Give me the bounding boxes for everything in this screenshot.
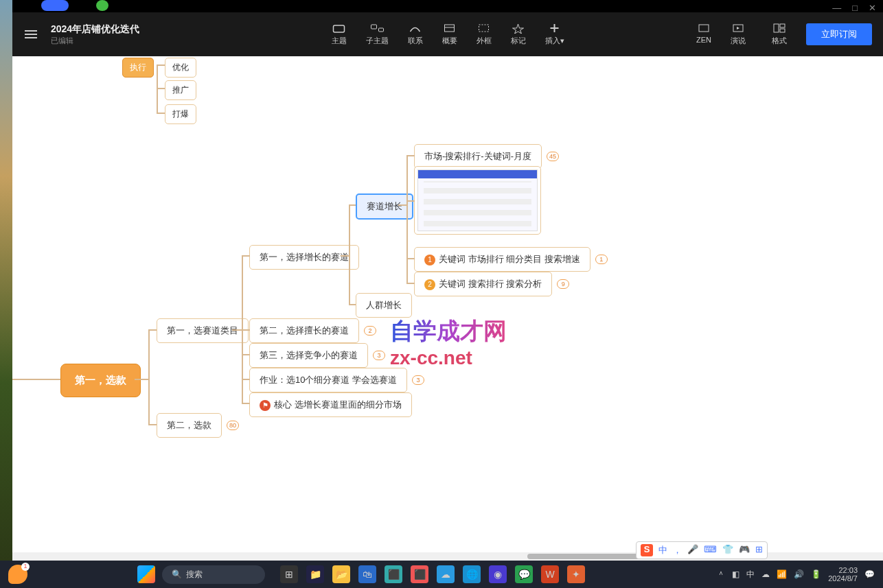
app-icon[interactable]: ◉ <box>489 565 507 583</box>
node-d2[interactable]: 人群增长 <box>356 293 412 318</box>
node-e1[interactable]: 市场-搜索排行-关键词-月度45 <box>414 144 542 169</box>
corner-app-icon[interactable] <box>8 565 27 584</box>
svg-rect-5 <box>479 25 489 32</box>
maximize-button[interactable]: □ <box>852 3 858 13</box>
wechat-icon[interactable]: 💬 <box>515 565 533 583</box>
boundary-button[interactable]: 外框 <box>477 23 492 46</box>
ime-shirt-icon[interactable]: 👕 <box>722 544 733 556</box>
tray-chevron-icon[interactable]: ＾ <box>717 569 725 580</box>
hamburger-menu-icon[interactable] <box>21 24 41 45</box>
window-controls: — □ ✕ <box>832 3 876 13</box>
tray-volume-icon[interactable]: 🔊 <box>794 569 804 579</box>
ime-punct-icon[interactable]: ， <box>673 544 682 556</box>
taskbar-search[interactable]: 🔍 搜索 <box>162 565 265 584</box>
desktop-background-strip <box>0 0 12 588</box>
document-status: 已编辑 <box>51 36 139 46</box>
app-icon[interactable]: 📁 <box>306 565 324 583</box>
store-icon[interactable]: 🛍 <box>358 565 376 583</box>
right-toolbar: ZEN 演说 <box>696 23 746 46</box>
node-c3[interactable]: 第三，选择竞争小的赛道3 <box>249 343 368 368</box>
app-icon[interactable]: ⬛ <box>411 565 428 583</box>
tray-battery-icon[interactable]: 🔋 <box>811 569 821 579</box>
count-badge: 80 <box>227 421 239 430</box>
search-icon: 🔍 <box>172 569 182 579</box>
desktop-icons <box>41 0 108 11</box>
minimize-button[interactable]: — <box>832 3 841 13</box>
taskbar: 🔍 搜索 ⊞ 📁 📂 🛍 ⬛ ⬛ ☁ 🌐 ◉ 💬 W ✦ ＾ ◧ 中 ☁ 📶 🔊… <box>0 561 883 588</box>
taskview-icon[interactable]: ⊞ <box>280 565 298 583</box>
marker-button[interactable]: 标记 <box>511 23 526 46</box>
ime-grid-icon[interactable]: ⊞ <box>755 544 763 556</box>
count-badge: 2 <box>364 326 376 336</box>
pin-icon: ⚑ <box>260 400 271 411</box>
xmind-window: — □ ✕ 2024年店铺优化迭代 已编辑 主题 子主题 联系 概要 外框 标记… <box>12 12 883 561</box>
node-b2[interactable]: 第二，选款80 <box>157 413 222 438</box>
svg-marker-11 <box>737 27 739 30</box>
node-c1[interactable]: 第一，选择增长的赛道 <box>249 245 359 270</box>
edge-icon[interactable]: 🌐 <box>463 565 481 583</box>
tray-app-icon[interactable]: ◧ <box>732 569 739 579</box>
wps-icon[interactable]: W <box>541 565 559 583</box>
node-b1[interactable]: 第一，选赛道类目 <box>157 318 249 343</box>
svg-marker-6 <box>513 24 524 34</box>
tray-wifi-icon[interactable]: 📶 <box>777 569 787 579</box>
present-button[interactable]: 演说 <box>731 23 746 46</box>
node-c4[interactable]: 作业：选10个细分赛道 学会选赛道3 <box>249 368 407 392</box>
app-topbar: 2024年店铺优化迭代 已编辑 主题 子主题 联系 概要 外框 标记 插入▾ Z… <box>12 12 883 56</box>
ime-game-icon[interactable]: 🎮 <box>739 544 750 556</box>
priority-2-icon: 2 <box>424 279 435 290</box>
node-root[interactable]: 第一，选款 <box>60 364 141 397</box>
node-e3[interactable]: 1关键词 市场排行 细分类目 搜索增速1 <box>414 247 590 272</box>
search-placeholder: 搜索 <box>186 569 203 580</box>
taskbar-apps: ⊞ 📁 📂 🛍 ⬛ ⬛ ☁ 🌐 ◉ 💬 W ✦ <box>280 565 585 583</box>
subtopic-button[interactable]: 子主题 <box>366 23 389 46</box>
svg-rect-1 <box>371 25 376 29</box>
watermark: 自学成才网 zx-cc.net <box>390 316 507 369</box>
node-image-thumbnail[interactable] <box>414 166 541 235</box>
node-promote[interactable]: 推广 <box>165 80 196 100</box>
svg-rect-0 <box>334 25 345 32</box>
app-icon[interactable]: ⬛ <box>385 565 402 583</box>
node-optimize[interactable]: 优化 <box>165 58 196 78</box>
count-badge: 3 <box>412 375 424 385</box>
mindmap-canvas[interactable]: 执行 优化 推广 打爆 第一，选款 第一，选赛道类目 第二，选款80 第一，选择… <box>12 56 883 561</box>
insert-button[interactable]: 插入▾ <box>545 23 564 46</box>
close-button[interactable]: ✕ <box>869 3 876 13</box>
explorer-icon[interactable]: 📂 <box>332 565 350 583</box>
node-explode[interactable]: 打爆 <box>165 104 196 124</box>
node-c2[interactable]: 第二，选择擅长的赛道2 <box>249 318 359 343</box>
node-d1-selected[interactable]: 赛道增长 <box>356 193 413 220</box>
svg-rect-12 <box>774 24 779 32</box>
node-e4[interactable]: 2关键词 搜索排行 搜索分析9 <box>414 272 552 296</box>
format-button[interactable]: 格式 <box>772 23 787 46</box>
title-block: 2024年店铺优化迭代 已编辑 <box>51 23 139 46</box>
topic-button[interactable]: 主题 <box>332 23 347 46</box>
ime-keyboard-icon[interactable]: ⌨ <box>704 544 717 556</box>
notifications-icon[interactable]: 💬 <box>864 569 875 579</box>
ime-voice-icon[interactable]: 🎤 <box>687 544 698 556</box>
xmind-icon[interactable]: ✦ <box>567 565 585 583</box>
system-tray: ＾ ◧ 中 ☁ 📶 🔊 🔋 22:03 2024/8/7 💬 <box>717 566 875 583</box>
taskbar-clock[interactable]: 22:03 2024/8/7 <box>828 566 858 583</box>
svg-rect-2 <box>378 28 383 32</box>
svg-rect-14 <box>780 29 785 32</box>
node-c5[interactable]: ⚑核心 选增长赛道里面的细分市场 <box>249 392 412 417</box>
onedrive-icon[interactable]: ☁ <box>437 565 455 583</box>
svg-rect-13 <box>780 24 785 27</box>
summary-button[interactable]: 概要 <box>442 23 457 46</box>
count-badge: 9 <box>557 279 569 289</box>
start-button[interactable] <box>137 565 155 583</box>
node-execute[interactable]: 执行 <box>122 58 154 78</box>
ime-lang[interactable]: 中 <box>658 544 667 556</box>
count-badge: 45 <box>547 152 559 161</box>
document-title[interactable]: 2024年店铺优化迭代 <box>51 23 139 36</box>
tray-cloud-icon[interactable]: ☁ <box>761 569 770 579</box>
subscribe-button[interactable]: 立即订阅 <box>806 23 872 45</box>
svg-rect-3 <box>445 25 455 32</box>
zen-button[interactable]: ZEN <box>696 23 711 46</box>
relation-button[interactable]: 联系 <box>408 23 423 46</box>
ime-logo-icon: S <box>641 544 653 556</box>
taskbar-center: 🔍 搜索 ⊞ 📁 📂 🛍 ⬛ ⬛ ☁ 🌐 ◉ 💬 W ✦ <box>137 565 585 584</box>
ime-float-bar[interactable]: S 中 ， 🎤 ⌨ 👕 🎮 ⊞ <box>636 541 768 559</box>
tray-lang-icon[interactable]: 中 <box>746 569 755 580</box>
